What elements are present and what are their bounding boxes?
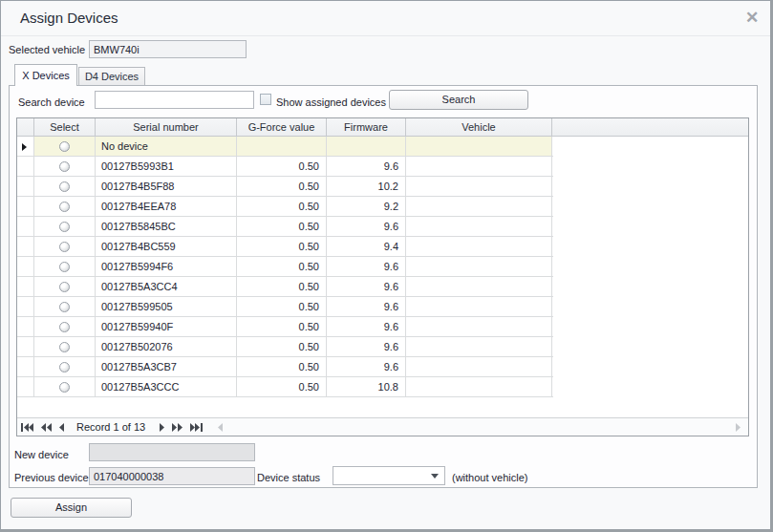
show-assigned-checkbox[interactable] — [260, 94, 271, 105]
vehicle-cell — [406, 337, 552, 356]
table-row[interactable]: 00127B4B5F88 0.50 10.2 — [17, 177, 553, 197]
gforce-value-cell: 0.50 — [237, 277, 327, 296]
device-status-dropdown[interactable] — [333, 466, 445, 485]
row-indicator-cell — [17, 277, 34, 296]
row-indicator-cell — [17, 237, 34, 256]
device-radio[interactable] — [59, 262, 70, 272]
tab-d4-devices[interactable]: D4 Devices — [78, 67, 145, 86]
table-row[interactable]: 00127B59940F 0.50 9.6 — [17, 317, 553, 337]
device-radio[interactable] — [59, 242, 70, 252]
firmware-cell: 9.6 — [327, 317, 406, 336]
select-cell — [34, 317, 96, 336]
device-radio[interactable] — [59, 342, 70, 352]
serial-number-cell: 00127B4BC559 — [96, 237, 237, 256]
serial-number-cell: 00127B59940F — [96, 317, 237, 336]
vehicle-cell — [406, 137, 552, 156]
devices-grid: Select Serial number G-Force value Firmw… — [16, 117, 749, 436]
next-record-button[interactable] — [155, 418, 168, 436]
device-radio[interactable] — [59, 202, 70, 212]
row-indicator-cell — [17, 197, 34, 216]
select-cell — [34, 157, 96, 176]
serial-number-cell: 00127B5A3CC4 — [96, 277, 237, 296]
first-record-button[interactable] — [17, 418, 37, 436]
select-cell — [34, 237, 96, 256]
table-row[interactable]: No device — [17, 137, 553, 157]
table-row[interactable]: 00127B5A3CB7 0.50 9.6 — [17, 357, 553, 377]
vehicle-cell — [406, 217, 552, 236]
search-device-label: Search device — [18, 96, 85, 108]
device-radio[interactable] — [59, 322, 70, 332]
table-row[interactable]: 00127B4BC559 0.50 9.4 — [17, 237, 553, 257]
table-row[interactable]: 00127B502076 0.50 9.6 — [17, 337, 553, 357]
row-indicator-cell — [17, 257, 34, 276]
serial-number-cell: 00127B4B5F88 — [96, 177, 237, 196]
vehicle-cell — [406, 377, 552, 396]
vehicle-cell — [406, 237, 552, 256]
assign-button[interactable]: Assign — [11, 498, 132, 518]
select-cell — [34, 217, 96, 236]
column-header-filler — [552, 118, 748, 136]
previous-record-button[interactable] — [55, 418, 69, 436]
serial-number-cell: 00127B5994F6 — [96, 257, 237, 276]
table-row[interactable]: 00127B5993B1 0.50 9.6 — [17, 157, 553, 177]
chevron-down-icon — [431, 474, 439, 479]
last-record-button[interactable] — [186, 418, 206, 436]
table-row[interactable]: 00127B4EEA78 0.50 9.2 — [17, 197, 553, 217]
vehicle-cell — [406, 157, 552, 176]
table-row[interactable]: 00127B599505 0.50 9.6 — [17, 297, 553, 317]
previous-device-field[interactable] — [89, 467, 255, 485]
device-radio[interactable] — [59, 282, 70, 292]
scroll-right-icon[interactable] — [731, 418, 744, 436]
search-button[interactable]: Search — [389, 90, 528, 110]
device-radio[interactable] — [59, 302, 70, 312]
previous-page-button[interactable] — [37, 418, 55, 436]
device-radio[interactable] — [59, 222, 70, 232]
show-assigned-label: Show assigned devices — [276, 96, 386, 108]
column-header-select[interactable]: Select — [34, 118, 96, 136]
table-row[interactable]: 00127B5A3CCC 0.50 10.8 — [17, 377, 553, 397]
serial-number-cell: 00127B5A3CCC — [96, 377, 237, 396]
firmware-cell: 9.6 — [327, 357, 406, 376]
assign-devices-dialog: Assign Devices ✕ Selected vehicle X Devi… — [0, 0, 773, 532]
gforce-value-cell: 0.50 — [237, 257, 327, 276]
firmware-cell: 9.4 — [327, 237, 406, 256]
device-radio[interactable] — [59, 141, 70, 152]
without-vehicle-label: (without vehicle) — [452, 472, 527, 483]
gforce-value-cell: 0.50 — [237, 237, 327, 256]
scroll-left-icon[interactable] — [214, 418, 227, 436]
gforce-value-cell: 0.50 — [237, 317, 327, 336]
serial-number-cell: 00127B502076 — [96, 337, 237, 356]
column-header-firmware[interactable]: Firmware — [327, 118, 406, 136]
row-indicator-cell — [17, 357, 34, 376]
search-input[interactable] — [95, 91, 254, 109]
vehicle-cell — [406, 177, 552, 196]
device-radio[interactable] — [59, 362, 70, 372]
grid-header: Select Serial number G-Force value Firmw… — [17, 118, 748, 137]
selected-vehicle-field[interactable] — [89, 40, 247, 58]
table-row[interactable]: 00127B5994F6 0.50 9.6 — [17, 257, 553, 277]
table-row[interactable]: 00127B5845BC 0.50 9.6 — [17, 217, 553, 237]
device-radio[interactable] — [59, 161, 70, 172]
device-radio[interactable] — [59, 181, 70, 192]
new-device-label: New device — [14, 449, 69, 460]
row-indicator-cell — [17, 177, 34, 196]
close-icon[interactable]: ✕ — [741, 7, 763, 30]
header-indicator-cell — [17, 118, 34, 136]
firmware-cell — [327, 137, 406, 156]
new-device-field[interactable] — [89, 443, 255, 461]
column-header-serial-number[interactable]: Serial number — [96, 118, 237, 136]
gforce-value-cell: 0.50 — [237, 217, 327, 236]
select-cell — [34, 277, 96, 296]
previous-device-label: Previous device — [14, 472, 89, 483]
column-header-gforce-value[interactable]: G-Force value — [237, 118, 327, 136]
serial-number-cell: 00127B5845BC — [96, 217, 237, 236]
next-page-button[interactable] — [168, 418, 186, 436]
row-indicator-cell — [17, 137, 34, 156]
tab-x-devices[interactable]: X Devices — [14, 64, 77, 86]
table-row[interactable]: 00127B5A3CC4 0.50 9.6 — [17, 277, 553, 297]
select-cell — [34, 257, 96, 276]
column-header-vehicle[interactable]: Vehicle — [406, 118, 552, 136]
gforce-value-cell: 0.50 — [237, 297, 327, 316]
device-radio[interactable] — [59, 382, 70, 393]
row-indicator-cell — [17, 337, 34, 356]
